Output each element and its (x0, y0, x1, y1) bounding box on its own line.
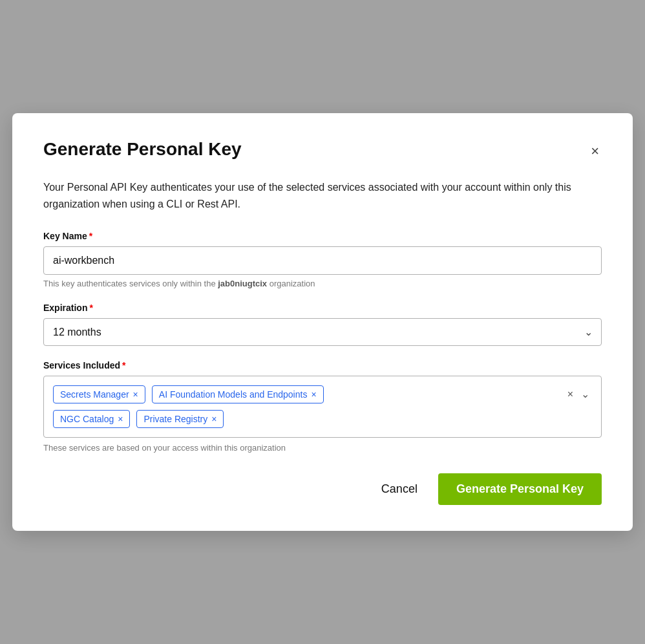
key-name-input[interactable] (43, 246, 602, 275)
services-row-top: Secrets Manager × AI Foundation Models a… (53, 385, 592, 403)
required-star: * (89, 231, 92, 241)
list-item: AI Foundation Models and Endpoints × (152, 385, 324, 403)
modal-title: Generate Personal Key (43, 139, 242, 160)
remove-private-registry-button[interactable]: × (211, 414, 217, 424)
key-name-hint: This key authenticates services only wit… (43, 279, 602, 288)
close-button[interactable]: × (588, 142, 602, 161)
expiration-select-wrapper: 30 days 60 days 90 days 6 months 12 mont… (43, 318, 602, 346)
remove-ai-foundation-button[interactable]: × (311, 390, 316, 399)
services-required-star: * (122, 360, 125, 370)
service-tag-label: Secrets Manager (60, 389, 129, 400)
services-hint: These services are based on your access … (43, 443, 602, 453)
key-name-group: Key Name* This key authenticates service… (43, 231, 602, 288)
list-item: Secrets Manager × (53, 385, 145, 403)
modal-footer: Cancel Generate Personal Key (43, 473, 602, 505)
service-tag-label: Private Registry (143, 414, 207, 424)
modal-overlay: Generate Personal Key × Your Personal AP… (0, 0, 645, 644)
modal-dialog: Generate Personal Key × Your Personal AP… (12, 113, 633, 530)
service-tag-label: AI Foundation Models and Endpoints (159, 389, 308, 400)
list-item: Private Registry × (136, 410, 224, 428)
services-box: Secrets Manager × AI Foundation Models a… (43, 376, 602, 438)
key-name-label: Key Name* (43, 231, 602, 241)
service-tag-label: NGC Catalog (60, 414, 114, 424)
clear-all-button[interactable]: × (565, 387, 576, 402)
modal-description: Your Personal API Key authenticates your… (43, 179, 602, 212)
remove-ngc-catalog-button[interactable]: × (118, 414, 123, 424)
modal-header: Generate Personal Key × (43, 139, 602, 161)
services-controls: × ⌄ (565, 387, 592, 402)
expiration-label: Expiration* (43, 303, 602, 313)
generate-key-button[interactable]: Generate Personal Key (438, 473, 602, 505)
services-row-bottom: NGC Catalog × Private Registry × (53, 410, 592, 428)
services-label: Services Included* (43, 360, 602, 370)
services-group: Services Included* Secrets Manager × AI … (43, 360, 602, 453)
expiration-select[interactable]: 30 days 60 days 90 days 6 months 12 mont… (43, 318, 602, 346)
expiration-required-star: * (89, 303, 92, 313)
cancel-button[interactable]: Cancel (376, 475, 423, 504)
expand-services-button[interactable]: ⌄ (578, 387, 592, 402)
list-item: NGC Catalog × (53, 410, 130, 428)
remove-secrets-manager-button[interactable]: × (133, 390, 138, 399)
expiration-group: Expiration* 30 days 60 days 90 days 6 mo… (43, 303, 602, 346)
